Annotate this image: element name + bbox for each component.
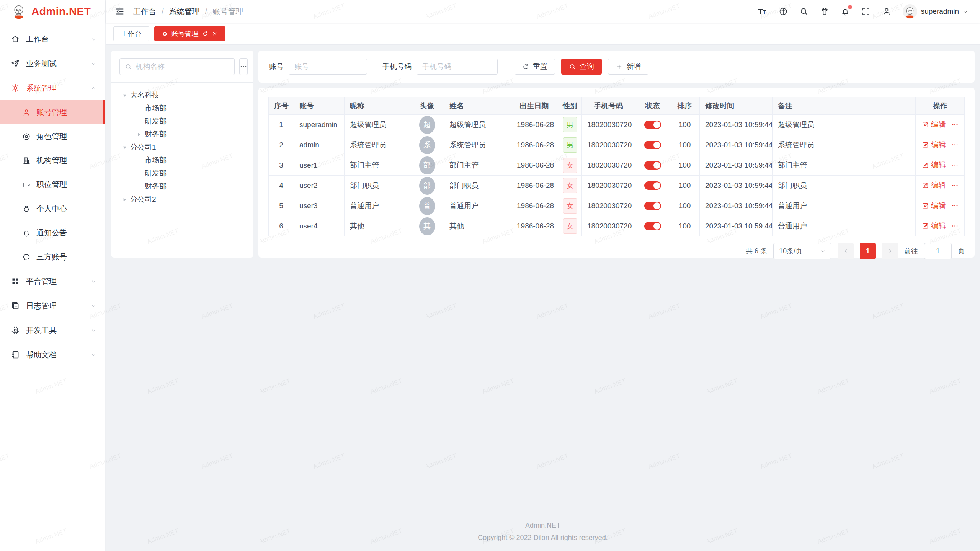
tree-node[interactable]: 财务部 [119,128,245,141]
sidebar-subitem-label: 机构管理 [36,155,105,166]
language-icon[interactable] [779,7,788,16]
sidebar-subitem[interactable]: 角色管理 [0,124,105,148]
table-row: 3user1部门主管部部门主管1986-06-28女18020030720100… [269,155,965,176]
status-toggle[interactable] [644,222,661,230]
sidebar-item[interactable]: 平台管理 [0,269,105,293]
tab[interactable]: 工作台 [113,26,149,41]
tree-node[interactable]: 研发部 [119,115,245,128]
more-icon [951,222,959,230]
sidebar-subitem[interactable]: 机构管理 [0,148,105,173]
user-setting-icon[interactable] [882,7,891,16]
cell-remark: 部门职员 [773,176,916,196]
status-toggle[interactable] [644,181,661,190]
close-icon[interactable] [212,31,218,37]
tab-active[interactable]: 账号管理 [154,26,225,41]
cell-phone: 18020030720 [582,115,635,135]
page-size-select[interactable]: 10条/页 [773,243,831,259]
sidebar-item[interactable]: 业务测试 [0,51,105,76]
status-toggle[interactable] [644,141,661,149]
sidebar-subitem[interactable]: 三方账号 [0,245,105,269]
reset-button[interactable]: 重置 [514,59,555,75]
row-actions: 编辑 [922,180,959,190]
edit-icon [922,141,929,148]
sidebar-item[interactable]: 开发工具 [0,318,105,342]
edit-button[interactable]: 编辑 [922,201,946,210]
refresh-icon[interactable] [202,31,208,37]
tree-node[interactable]: 分公司1 [119,141,245,154]
sidebar-subitem[interactable]: 职位管理 [0,173,105,197]
status-toggle[interactable] [644,202,661,210]
cell-name: 系统管理员 [444,135,511,155]
breadcrumb-item[interactable]: 系统管理 [169,7,200,17]
next-page-button[interactable] [882,243,898,259]
notification-icon[interactable] [841,7,850,16]
avatar [903,4,917,19]
current-page-button[interactable]: 1 [860,243,876,259]
status-toggle[interactable] [644,161,661,170]
row-more-button[interactable] [951,182,959,189]
add-button[interactable]: 新增 [608,59,648,75]
tree-node[interactable]: 分公司2 [119,193,245,206]
cell-name: 超级管理员 [444,115,511,135]
menu-collapse-icon[interactable] [115,7,125,16]
logo[interactable]: Admin.NET [0,0,105,23]
edit-button[interactable]: 编辑 [922,180,946,190]
sidebar-subitem[interactable]: 账号管理 [0,100,105,124]
sidebar-item-label: 系统管理 [26,83,90,93]
cell-birth: 1986-06-28 [511,135,557,155]
row-more-button[interactable] [951,202,959,209]
tree-node[interactable]: 市场部 [119,102,245,115]
tree-node[interactable]: 财务部 [119,180,245,193]
cell-birth: 1986-06-28 [511,176,557,196]
row-more-button[interactable] [951,141,959,148]
phone-input[interactable] [416,59,498,75]
cell-modified: 2023-01-03 10:59:44 [700,135,773,155]
edit-button[interactable]: 编辑 [922,160,946,170]
row-more-button[interactable] [951,222,959,230]
sidebar-subitem-label: 职位管理 [36,179,105,190]
search-icon[interactable] [799,7,808,16]
caret-right-icon [122,197,127,202]
cell-avatar: 部 [410,155,444,176]
sidebar-subitem[interactable]: 通知公告 [0,221,105,245]
caret-right-icon [136,132,142,137]
sidebar: Admin.NET 工作台业务测试系统管理账号管理角色管理机构管理职位管理个人中… [0,0,106,551]
sidebar-subitem[interactable]: 个人中心 [0,197,105,221]
font-size-icon[interactable]: TT [758,7,767,16]
edit-button[interactable]: 编辑 [922,221,946,231]
theme-icon[interactable] [820,7,829,16]
tab-label: 工作台 [121,29,142,38]
tree-more-button[interactable] [239,58,248,75]
row-more-button[interactable] [951,121,959,128]
cell-phone: 18020030720 [582,176,635,196]
sidebar-item[interactable]: 日志管理 [0,293,105,318]
caret-placeholder [136,171,142,176]
caret-down-icon [122,93,127,98]
sidebar-item[interactable]: 工作台 [0,27,105,51]
breadcrumb-item[interactable]: 工作台 [133,7,156,17]
cell-nickname: 部门职员 [345,176,410,196]
goto-page-input[interactable] [924,243,952,259]
search-button[interactable]: 查询 [561,59,602,75]
tree-node[interactable]: 市场部 [119,154,245,167]
user-menu[interactable]: superadmin [903,4,969,19]
account-input[interactable] [289,59,367,75]
tree-node[interactable]: 研发部 [119,167,245,180]
cell-order: 100 [670,115,700,135]
sidebar-item[interactable]: 帮助文档 [0,342,105,367]
status-toggle[interactable] [644,121,661,129]
fullscreen-icon[interactable] [861,7,871,16]
column-header: 账号 [294,97,345,115]
org-search-input[interactable] [136,62,229,71]
chevron-down-icon [90,352,97,358]
row-more-button[interactable] [951,161,959,169]
edit-button[interactable]: 编辑 [922,140,946,150]
prev-page-button[interactable] [838,243,854,259]
cell-order: 100 [670,176,700,196]
tree-node-label: 分公司2 [130,194,156,204]
cell-phone: 18020030720 [582,196,635,216]
sidebar-item[interactable]: 系统管理 [0,76,105,100]
tree-node[interactable]: 大名科技 [119,89,245,102]
edit-button[interactable]: 编辑 [922,119,946,129]
toggle-knob [653,121,660,128]
